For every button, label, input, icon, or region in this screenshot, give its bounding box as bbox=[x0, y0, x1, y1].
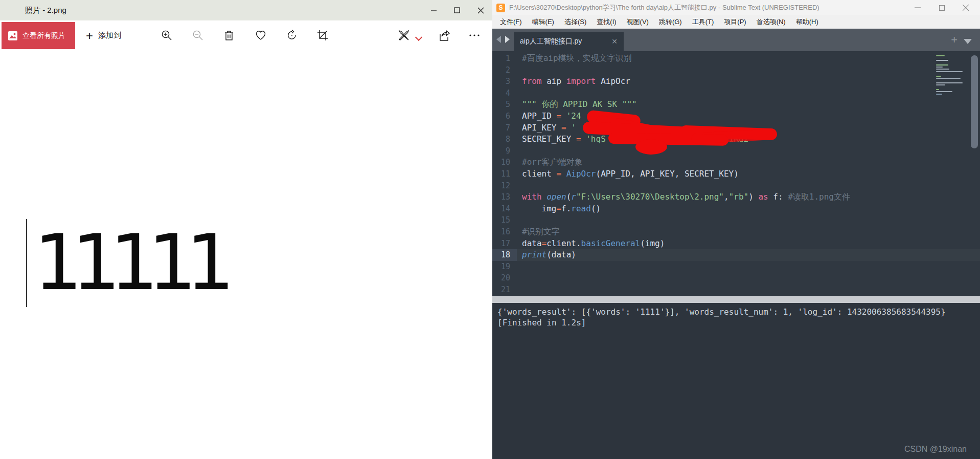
code-text bbox=[517, 64, 522, 76]
line-number: 9 bbox=[492, 145, 517, 157]
crop-icon[interactable] bbox=[316, 29, 329, 42]
menu-tools[interactable]: 工具(T) bbox=[688, 16, 719, 28]
code-line-16[interactable]: 16#识别文字 bbox=[492, 226, 980, 238]
draw-options-chevron-icon[interactable] bbox=[416, 34, 422, 40]
line-number: 13 bbox=[492, 191, 517, 203]
menu-goto[interactable]: 跳转(G) bbox=[654, 16, 687, 28]
code-line-13[interactable]: 13with open(r"F:\Users\30270\Desktop\2.p… bbox=[492, 191, 980, 203]
code-text: """ 你的 APPID AK SK """ bbox=[517, 99, 637, 111]
tab-scroll-right-icon[interactable] bbox=[505, 36, 510, 43]
minimap[interactable] bbox=[936, 55, 963, 102]
favorite-icon[interactable] bbox=[254, 29, 267, 42]
line-number: 5 bbox=[492, 99, 517, 111]
line-number: 11 bbox=[492, 168, 517, 180]
menu-preferences[interactable]: 首选项(N) bbox=[752, 16, 790, 28]
add-to-label: 添加到 bbox=[98, 31, 121, 40]
view-all-photos-label: 查看所有照片 bbox=[22, 31, 65, 40]
share-icon[interactable] bbox=[437, 29, 450, 42]
code-line-10[interactable]: 10#orr客户端对象 bbox=[492, 157, 980, 168]
sublime-minimize-button[interactable] bbox=[906, 0, 929, 15]
photos-maximize-button[interactable] bbox=[445, 0, 469, 20]
zoom-in-icon[interactable] bbox=[160, 29, 173, 42]
line-number: 1 bbox=[492, 53, 517, 64]
code-line-3[interactable]: 3from aip import AipOcr bbox=[492, 76, 980, 88]
code-line-14[interactable]: 14 img=f.read() bbox=[492, 203, 980, 215]
code-text bbox=[517, 145, 522, 157]
code-text: print(data) bbox=[517, 249, 576, 261]
menu-file[interactable]: 文件(F) bbox=[495, 16, 527, 28]
photo-image-text: 11111 bbox=[34, 224, 224, 301]
photo-canvas[interactable]: 11111 bbox=[0, 49, 492, 459]
new-tab-icon[interactable]: + bbox=[951, 35, 958, 45]
code-line-19[interactable]: 19 bbox=[492, 261, 980, 273]
code-line-4[interactable]: 4 bbox=[492, 88, 980, 99]
draw-icon[interactable] bbox=[397, 29, 411, 42]
line-number: 7 bbox=[492, 122, 517, 134]
menu-view[interactable]: 视图(V) bbox=[622, 16, 653, 28]
code-line-11[interactable]: 11client = AipOcr(APP_ID, API_KEY, SECRE… bbox=[492, 168, 980, 180]
tab-overflow-icon[interactable] bbox=[964, 39, 972, 44]
code-text: #orr客户端对象 bbox=[517, 157, 583, 168]
code-text: from aip import AipOcr bbox=[517, 76, 630, 88]
code-line-20[interactable]: 20 bbox=[492, 272, 980, 284]
code-text: APP_ID = '24 bbox=[517, 111, 581, 122]
code-text bbox=[517, 284, 522, 296]
line-number: 18 bbox=[492, 249, 517, 261]
line-number: 21 bbox=[492, 284, 517, 296]
sublime-close-button[interactable] bbox=[954, 0, 977, 15]
line-number: 2 bbox=[492, 64, 517, 76]
add-to-button[interactable]: + 添加到 bbox=[82, 22, 125, 49]
code-editor[interactable]: 1#百度aip模块，实现文字识别23from aip import AipOcr… bbox=[492, 51, 980, 296]
line-number: 16 bbox=[492, 226, 517, 238]
code-line-6[interactable]: 6APP_ID = '24 bbox=[492, 111, 980, 122]
code-text bbox=[517, 214, 522, 226]
tab-active[interactable]: aip人工智能接口.py ✕ bbox=[514, 32, 624, 51]
menu-help[interactable]: 帮助(H) bbox=[791, 16, 823, 28]
line-number: 4 bbox=[492, 88, 517, 99]
code-line-12[interactable]: 12 bbox=[492, 180, 980, 192]
build-output-finished: [Finished in 1.2s] bbox=[497, 317, 975, 328]
photos-close-button[interactable] bbox=[469, 0, 492, 20]
tab-close-icon[interactable]: ✕ bbox=[611, 37, 618, 46]
build-output-result: {'words_result': [{'words': '1111'}], 'w… bbox=[497, 307, 975, 317]
sublime-logo-icon: S bbox=[496, 4, 505, 12]
code-text: #百度aip模块，实现文字识别 bbox=[517, 53, 632, 64]
code-line-17[interactable]: 17data=client.basicGeneral(img) bbox=[492, 238, 980, 250]
code-line-1[interactable]: 1#百度aip模块，实现文字识别 bbox=[492, 53, 980, 64]
menu-find[interactable]: 查找(I) bbox=[592, 16, 621, 28]
plus-icon: + bbox=[86, 30, 93, 42]
code-line-5[interactable]: 5""" 你的 APPID AK SK """ bbox=[492, 99, 980, 111]
code-line-21[interactable]: 21 bbox=[492, 284, 980, 296]
menu-selection[interactable]: 选择(S) bbox=[560, 16, 591, 28]
menu-edit[interactable]: 编辑(E) bbox=[528, 16, 559, 28]
code-text bbox=[517, 180, 522, 192]
code-line-2[interactable]: 2 bbox=[492, 64, 980, 76]
photos-titlebar[interactable]: 照片 - 2.png bbox=[0, 0, 492, 20]
rotate-icon[interactable] bbox=[285, 29, 299, 42]
editor-scrollbar[interactable] bbox=[971, 55, 978, 148]
delete-icon[interactable] bbox=[222, 29, 236, 42]
editor-horizontal-scrollbar[interactable] bbox=[492, 296, 980, 303]
code-line-15[interactable]: 15 bbox=[492, 214, 980, 226]
menu-project[interactable]: 项目(P) bbox=[719, 16, 750, 28]
sublime-titlebar[interactable]: S F:\Users\30270\Desktop\python学习\The fo… bbox=[492, 0, 980, 15]
zoom-out-icon[interactable] bbox=[191, 29, 204, 42]
sublime-maximize-button[interactable] bbox=[930, 0, 953, 15]
code-text bbox=[517, 272, 522, 284]
code-line-9[interactable]: 9 bbox=[492, 145, 980, 157]
tab-scroll-left-icon[interactable] bbox=[496, 36, 501, 43]
build-output-panel[interactable]: {'words_result': [{'words': '1111'}], 'w… bbox=[492, 303, 980, 459]
line-number: 15 bbox=[492, 214, 517, 226]
code-line-18[interactable]: 18print(data) bbox=[492, 249, 980, 261]
photos-minimize-button[interactable] bbox=[422, 0, 445, 20]
code-text: #识别文字 bbox=[517, 226, 560, 238]
screen: 照片 - 2.png 查看所有照片 + 添加到 bbox=[0, 0, 980, 459]
code-text bbox=[517, 261, 522, 273]
photos-toolbar: 查看所有照片 + 添加到 bbox=[0, 20, 492, 49]
see-more-icon[interactable] bbox=[468, 29, 481, 42]
code-text: with open(r"F:\Users\30270\Desktop\2.png… bbox=[517, 191, 850, 203]
watermark-text: CSDN @19xinan bbox=[904, 445, 967, 454]
view-all-photos-button[interactable]: 查看所有照片 bbox=[2, 22, 75, 49]
code-text bbox=[517, 88, 522, 99]
line-number: 19 bbox=[492, 261, 517, 273]
